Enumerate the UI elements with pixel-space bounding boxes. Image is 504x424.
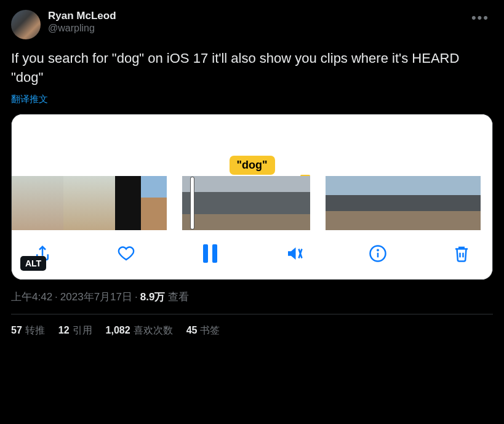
display-name: Ryan McLeod [48,10,116,22]
heart-icon[interactable] [116,244,136,263]
translate-link[interactable]: 翻译推文 [11,94,493,105]
quotes-label: 引用 [73,325,92,335]
likes-stat[interactable]: 1,082喜欢次数 [106,324,173,337]
bookmarks-stat[interactable]: 45书签 [186,324,220,337]
bookmarks-count: 45 [186,325,198,335]
media-top-area: "dog" [12,114,492,176]
tweet-container: Ryan McLeod @warpling ••• If you search … [0,0,504,347]
bookmarks-label: 书签 [200,325,220,335]
media-attachment[interactable]: "dog" [11,114,493,280]
tweet-meta: 上午4:42·2023年7月17日·8.9万 查看 [11,290,493,304]
likes-label: 喜欢次数 [134,325,173,335]
engagement-row: 57转推 12引用 1,082喜欢次数 45书签 [11,314,493,337]
info-icon[interactable] [368,244,388,263]
retweets-label: 转推 [25,325,45,335]
pause-icon[interactable] [200,244,220,263]
retweets-stat[interactable]: 57转推 [11,324,45,337]
trash-icon[interactable] [452,244,471,263]
mute-icon[interactable] [284,244,304,263]
filmstrip-clip[interactable] [182,176,310,230]
views-count: 8.9万 [140,291,166,303]
filmstrip-clip[interactable] [326,176,481,230]
filmstrip-clip[interactable] [12,176,167,230]
user-handle: @warpling [48,23,116,34]
meta-time[interactable]: 上午4:42 [11,291,52,303]
retweets-count: 57 [11,325,22,335]
video-filmstrip[interactable] [12,176,492,230]
tweet-text: If you search for "dog" on iOS 17 it'll … [11,49,493,87]
more-icon[interactable]: ••• [471,10,489,26]
quotes-stat[interactable]: 12引用 [58,324,92,337]
alt-badge[interactable]: ALT [20,256,46,271]
quotes-count: 12 [58,325,70,335]
playhead-icon[interactable] [191,177,194,229]
svg-point-2 [377,249,378,250]
meta-date[interactable]: 2023年7月17日 [60,291,132,303]
caption-tag: "dog" [229,156,274,175]
media-toolbar [12,230,492,279]
user-names[interactable]: Ryan McLeod @warpling [48,10,116,34]
tweet-header: Ryan McLeod @warpling ••• [11,10,493,39]
views-label: 查看 [168,291,189,303]
likes-count: 1,082 [106,325,130,335]
avatar[interactable] [11,10,41,39]
